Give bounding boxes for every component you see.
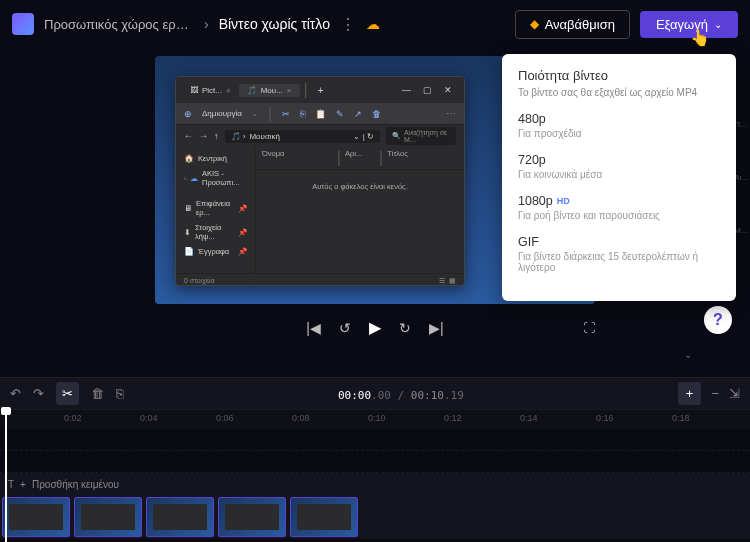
col-name[interactable]: Όνομα	[262, 149, 333, 167]
grid-view-icon[interactable]: ▦	[449, 277, 456, 285]
explorer-window: 🖼 Pict... × 🎵 Μου... × | + — ▢ ✕ ⊕ Δημιο…	[175, 76, 465, 286]
cut-icon[interactable]: ✂	[282, 109, 290, 119]
close-icon: ×	[226, 86, 231, 95]
quality-1080p[interactable]: 1080p HD Για ροή βίντεο και παρουσιάσεις	[518, 194, 720, 221]
track-row[interactable]	[0, 429, 750, 451]
location-bar[interactable]: 🎵 › Μουσική⌄ | ↻	[225, 130, 381, 143]
undo-icon[interactable]: ↶	[10, 386, 21, 401]
cursor-icon: 👆	[690, 28, 710, 47]
timecode: 00:00.00 / 00:10.19	[338, 389, 464, 402]
paste-icon[interactable]: 📋	[315, 109, 326, 119]
explorer-sidebar: 🏠Κεντρική ›☁AKIS - Προσωπι... 🖥Επιφάνεια…	[176, 147, 256, 273]
new-tab-icon[interactable]: +	[312, 85, 330, 96]
timeline-tracks[interactable]: T + Προσθήκη κειμένου	[0, 429, 750, 542]
track-row[interactable]	[0, 451, 750, 473]
maximize-icon[interactable]: ▢	[417, 85, 438, 95]
play-icon[interactable]: ▶	[369, 318, 381, 337]
skip-back-icon[interactable]: |◀	[306, 320, 321, 336]
sidebar-home[interactable]: 🏠Κεντρική	[180, 151, 251, 166]
forward-icon[interactable]: ↻	[399, 320, 411, 336]
delete-icon[interactable]: 🗑	[372, 109, 381, 119]
share-icon[interactable]: ↗	[354, 109, 362, 119]
upgrade-button[interactable]: ◆ Αναβάθμιση	[515, 10, 630, 39]
video-track[interactable]	[0, 495, 750, 539]
window-nav: ← → ↑ 🎵 › Μουσική⌄ | ↻ 🔍 Αναζήτηση σε Μ.…	[176, 125, 464, 147]
upgrade-label: Αναβάθμιση	[545, 17, 615, 32]
split-icon[interactable]: ✂	[56, 382, 79, 405]
redo-icon[interactable]: ↷	[33, 386, 44, 401]
back-icon[interactable]: ←	[184, 131, 193, 141]
window-toolbar: ⊕ Δημιουργία ⌄ | ✂ ⎘ 📋 ✎ ↗ 🗑 ⋯	[176, 103, 464, 125]
chevron-right-icon: ›	[204, 16, 209, 32]
quality-gif[interactable]: GIF Για βίντεο διάρκειας 15 δευτερολέπτω…	[518, 235, 720, 273]
more-icon[interactable]: ⋮	[340, 15, 356, 34]
minimize-icon[interactable]: —	[396, 85, 417, 95]
video-clip[interactable]	[218, 497, 286, 537]
sidebar-user[interactable]: ›☁AKIS - Προσωπι...	[180, 166, 251, 190]
search-input[interactable]: 🔍 Αναζήτηση σε Μ...	[386, 127, 456, 145]
duplicate-icon[interactable]: ⎘	[116, 386, 124, 401]
empty-message: Αυτός ο φάκελος είναι κενός.	[256, 170, 464, 203]
new-icon[interactable]: ⊕	[184, 109, 192, 119]
window-titlebar: 🖼 Pict... × 🎵 Μου... × | + — ▢ ✕	[176, 77, 464, 103]
more-icon[interactable]: ⋯	[446, 108, 456, 119]
add-icon: +	[20, 479, 26, 490]
fit-icon[interactable]: ⇲	[729, 386, 740, 401]
video-clip[interactable]	[74, 497, 142, 537]
close-icon[interactable]: ✕	[438, 85, 458, 95]
col-number[interactable]: Αρι...	[345, 149, 375, 167]
quality-720p[interactable]: 720p Για κοινωνικά μέσα	[518, 153, 720, 180]
export-quality-menu: Ποιότητα βίντεο Το βίντεο σας θα εξαχθεί…	[502, 54, 736, 301]
app-icon[interactable]	[12, 13, 34, 35]
text-icon: T	[8, 479, 14, 490]
fullscreen-icon[interactable]: ⛶	[583, 321, 595, 335]
window-tab-music[interactable]: 🎵 Μου... ×	[239, 84, 300, 97]
menu-subtitle: Το βίντεο σας θα εξαχθεί ως αρχείο MP4	[518, 87, 720, 98]
menu-title: Ποιότητα βίντεο	[518, 68, 720, 83]
zoom-out-icon[interactable]: −	[711, 386, 719, 401]
diamond-icon: ◆	[530, 17, 539, 31]
sidebar-desktop[interactable]: 🖥Επιφάνεια ερ...📌	[180, 196, 251, 220]
skip-forward-icon[interactable]: ▶|	[429, 320, 444, 336]
video-clip[interactable]	[146, 497, 214, 537]
copy-icon[interactable]: ⎘	[300, 109, 305, 119]
export-button[interactable]: Εξαγωγή ⌄	[640, 11, 738, 38]
quality-480p[interactable]: 480p Για προσχέδια	[518, 112, 720, 139]
forward-icon[interactable]: →	[199, 131, 208, 141]
video-title[interactable]: Βίντεο χωρίς τίτλο	[219, 16, 330, 32]
window-tab-pictures[interactable]: 🖼 Pict... ×	[182, 84, 239, 97]
video-clip[interactable]	[290, 497, 358, 537]
rename-icon[interactable]: ✎	[336, 109, 344, 119]
cloud-save-icon: ☁	[366, 16, 380, 32]
top-bar: Προσωπικός χώρος εργα... › Βίντεο χωρίς …	[0, 0, 750, 48]
sidebar-downloads[interactable]: ⬇Στοιχεία λήψ...📌	[180, 220, 251, 244]
col-title[interactable]: Τίτλος	[387, 149, 458, 167]
sidebar-documents[interactable]: 📄Έγγραφα📌	[180, 244, 251, 259]
add-track-icon[interactable]: +	[678, 382, 702, 405]
close-icon: ×	[287, 86, 292, 95]
explorer-content: Όνομα | Αρι... | Τίτλος Αυτός ο φάκελος …	[256, 147, 464, 273]
text-track[interactable]: T + Προσθήκη κειμένου	[0, 473, 750, 495]
up-icon[interactable]: ↑	[214, 131, 219, 141]
list-view-icon[interactable]: ☰	[439, 277, 445, 285]
rewind-icon[interactable]: ↺	[339, 320, 351, 336]
help-button[interactable]: ?	[704, 306, 732, 334]
hd-badge: HD	[557, 196, 570, 206]
video-clip[interactable]	[2, 497, 70, 537]
timeline-toolbar: ↶ ↷ ✂ 🗑 ⎘ 00:00.00 / 00:10.19 + − ⇲	[0, 377, 750, 409]
timeline-ruler[interactable]: 0:02 0:04 0:06 0:08 0:10 0:12 0:14 0:16 …	[0, 409, 750, 429]
delete-icon[interactable]: 🗑	[91, 386, 104, 401]
chevron-down-icon: ⌄	[714, 19, 722, 30]
right-panel-labels: Π... Αι... Μ...	[734, 120, 748, 235]
playhead[interactable]	[5, 410, 7, 542]
workspace-name[interactable]: Προσωπικός χώρος εργα...	[44, 17, 194, 32]
status-bar: 0 στοιχεία ☰▦	[176, 273, 464, 287]
collapse-icon[interactable]: ⌄	[684, 349, 692, 360]
playback-controls: |◀ ↺ ▶ ↻ ▶| ⛶	[155, 318, 595, 337]
